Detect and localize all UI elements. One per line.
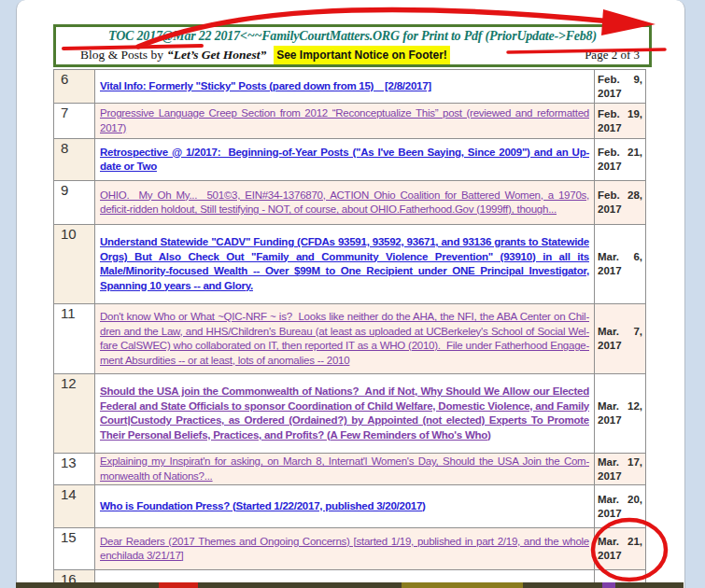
post-date: Feb. 28, 2017 — [598, 189, 642, 217]
post-title-cell: OHIO. My Oh My... 501©3, EIN#34-1376870,… — [95, 181, 595, 225]
post-title-link[interactable]: Should the USA join the Commonwealth of … — [100, 385, 589, 442]
toc-row-8: 8Retrospective @ 1/2017: Beginning-of-Ye… — [54, 139, 646, 181]
cutoff-next-row — [16, 582, 684, 588]
post-title-cell: Dear Readers (2017 Themes and Ongoing Co… — [95, 528, 595, 570]
row-number: 9 — [54, 181, 95, 225]
post-date: Mar. 17, 2017 — [598, 455, 642, 483]
post-title-cell: Don't know Who or What ~QIC-NRF ~ is? Lo… — [95, 304, 595, 374]
toc-row-10: 10Understand Statewide "CADV" Funding (C… — [54, 225, 646, 304]
post-title-link[interactable]: Dear Readers (2017 Themes and Ongoing Co… — [100, 535, 589, 564]
post-title-cell: Retrospective @ 1/2017: Beginning-of-Yea… — [95, 139, 595, 181]
byline-author: “Let’s Get Honest” — [167, 47, 266, 63]
toc-table: 6Vital Info: Formerly "Sticky" Posts (pa… — [53, 69, 646, 584]
post-date-cell: Mar. 12, 2017 — [595, 374, 646, 454]
toc-row-14: 14Who is Foundation Press? (Started 1/22… — [54, 485, 646, 528]
toc-row-9: 9OHIO. My Oh My... 501©3, EIN#34-1376870… — [54, 181, 646, 225]
post-title-link[interactable]: Understand Statewide "CADV" Funding (CFD… — [100, 235, 589, 293]
post-title-link[interactable]: Retrospective @ 1/2017: Beginning-of-Yea… — [100, 146, 589, 175]
toc-row-6: 6Vital Info: Formerly "Sticky" Posts (pa… — [54, 70, 646, 104]
row-number: 11 — [54, 304, 95, 374]
cutoff-olive-fragment — [402, 582, 523, 588]
post-date: Feb. 21, 2017 — [598, 146, 642, 174]
post-date: Mar. 21, 2017 — [598, 535, 642, 563]
post-date-cell: Mar. 7, 2017 — [595, 304, 646, 374]
post-title-link[interactable]: Explaining my Inspirat'n for asking, on … — [100, 455, 589, 483]
cutoff-red-fragment — [159, 582, 198, 588]
toc-page: TOC 2017@Mar 22 2017<~~FamilyCourtMatter… — [0, 0, 705, 588]
row-number: 7 — [54, 104, 95, 139]
byline-prefix: Blog & Posts by — [80, 47, 163, 63]
post-date: Mar. 12, 2017 — [598, 399, 642, 427]
post-date: Feb. 9, 2017 — [598, 73, 642, 101]
post-title-cell: Should the USA join the Commonwealth of … — [95, 374, 595, 454]
post-title-cell: Explaining my Inspirat'n for asking, on … — [95, 454, 595, 485]
post-date-cell: Feb. 19, 2017 — [595, 104, 646, 139]
row-number: 10 — [54, 225, 95, 304]
row-number: 13 — [54, 454, 95, 485]
page-indicator: Page 2 of 3 — [585, 47, 640, 63]
row-number: 6 — [54, 70, 95, 104]
post-title-link[interactable]: Progressive Language Creep Section from … — [100, 106, 589, 135]
toc-byline-row: Blog & Posts by “Let’s Get Honest” See I… — [56, 46, 649, 64]
post-title-cell: Understand Statewide "CADV" Funding (CFD… — [95, 225, 595, 304]
post-title-cell: Progressive Language Creep Section from … — [95, 104, 595, 139]
toc-row-13: 13Explaining my Inspirat'n for asking, o… — [54, 454, 646, 485]
post-title-link[interactable]: OHIO. My Oh My... 501©3, EIN#34-1376870,… — [100, 189, 589, 217]
post-date: Mar. 7, 2017 — [598, 325, 642, 353]
cutoff-purple-fragment — [602, 582, 615, 588]
toc-row-15: 15Dear Readers (2017 Themes and Ongoing … — [54, 528, 646, 570]
post-date-cell: Feb. 9, 2017 — [595, 70, 646, 104]
post-date-cell: Feb. 21, 2017 — [595, 139, 646, 181]
post-date: Feb. 19, 2017 — [598, 107, 642, 135]
post-date: Mar. 6, 2017 — [598, 250, 642, 278]
row-number: 8 — [54, 139, 95, 181]
toc-row-7: 7Progressive Language Creep Section from… — [54, 104, 646, 139]
toc-row-11: 11Don't know Who or What ~QIC-NRF ~ is? … — [54, 304, 646, 374]
post-title-cell: Who is Foundation Press? (Started 1/22/2… — [95, 485, 595, 528]
row-number: 12 — [54, 374, 95, 454]
post-date-cell: Feb. 28, 2017 — [595, 181, 646, 225]
post-title-link[interactable]: Vital Info: Formerly "Sticky" Posts (par… — [100, 79, 589, 94]
post-date: Mar. 20, 2017 — [598, 493, 642, 521]
row-number: 15 — [54, 528, 95, 570]
toc-title: TOC 2017@Mar 22 2017<~~FamilyCourtMatter… — [56, 27, 649, 46]
toc-header-box: TOC 2017@Mar 22 2017<~~FamilyCourtMatter… — [53, 24, 652, 67]
post-date-cell: Mar. 17, 2017 — [595, 454, 646, 485]
footer-notice-highlight: See Important Notice on Footer! — [274, 46, 450, 64]
post-title-link[interactable]: Don't know Who or What ~QIC-NRF ~ is? Lo… — [100, 310, 589, 368]
toc-row-12: 12Should the USA join the Commonwealth o… — [54, 374, 646, 454]
post-title-cell: Vital Info: Formerly "Sticky" Posts (par… — [95, 70, 595, 104]
post-title-link[interactable]: Who is Foundation Press? (Started 1/22/2… — [100, 499, 589, 514]
post-date-cell: Mar. 21, 2017 — [595, 528, 646, 570]
post-date-cell: Mar. 6, 2017 — [595, 225, 646, 304]
row-number: 14 — [54, 485, 95, 528]
post-date-cell: Mar. 20, 2017 — [595, 485, 646, 528]
